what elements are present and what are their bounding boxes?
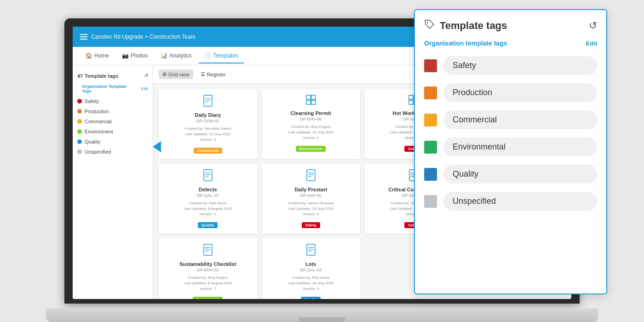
sidebar-header: 🏷 Template tags ↺ [73,70,153,81]
tag-dot-quality [77,139,82,144]
template-card-10[interactable]: Lots DP-QAL-03 Created by: Rob StoneLast… [262,238,360,299]
tag-color-commercial [424,114,437,126]
tags-panel-title: Template tags [440,20,507,32]
sidebar-tag-quality[interactable]: Quality [73,137,153,147]
template-badge-2: Environment [296,146,326,152]
laptop-container: Camden Rd Upgrade > Construction Team Da… [0,0,644,322]
template-badge-1: Commercial [194,148,222,154]
home-icon: 🏠 [86,52,92,59]
template-name-1: Daily Diary [164,112,252,118]
tag-panel-row-unspecified[interactable]: Unspecified [424,192,597,211]
template-badge-9: Environment [193,297,223,299]
tag-dot-commercial [77,119,82,124]
tag-panel-row-production[interactable]: Production [424,83,597,102]
svg-rect-9 [311,95,316,99]
tag-panel-row-quality[interactable]: Quality [424,165,597,184]
sidebar-edit-btn[interactable]: Edit [141,86,148,91]
template-icon-6 [267,169,355,184]
photos-icon: 📷 [122,52,129,59]
tag-color-environmental [424,141,437,154]
tag-label-safety: Safety [443,56,597,75]
tags-panel-edit-btn[interactable]: Edit [586,40,597,47]
svg-rect-14 [409,100,413,104]
sidebar-tag-label-quality: Quality [85,139,100,144]
tags-panel-title-group: Template tags [424,19,507,32]
sidebar-tag-production[interactable]: Production [73,106,153,116]
breadcrumb: Camden Rd Upgrade > Construction Team [91,34,196,40]
nav-templates-label: Templates [213,52,238,59]
svg-rect-36 [204,244,212,255]
sidebar-tag-icon: 🏷 [77,73,82,79]
sidebar-tags-list: Safety Production Commercial Environment… [73,96,153,157]
hamburger-icon[interactable] [80,34,87,40]
nav-home-label: Home [94,52,109,59]
svg-rect-24 [307,170,315,181]
template-badge-6: Safety [302,222,320,228]
sidebar-tag-label-production: Production [85,109,109,114]
template-card-5[interactable]: Defects DP-QAL-10 Created by: Rob StoneL… [159,164,257,234]
sidebar-tag-commercial[interactable]: Commercial [73,116,153,126]
template-icon-1 [164,95,252,109]
template-card-6[interactable]: Daily Prestart DP-SAF-05 Created by: Jam… [262,164,360,234]
sidebar-reset-icon[interactable]: ↺ [144,73,148,79]
tag-dot-unspecified [77,150,82,154]
tags-org-label: Organisation template tags [424,40,507,47]
template-name-5: Defects [164,187,252,192]
template-card-1[interactable]: Daily Diary DP-COM-01 Created by: Henrie… [159,89,257,159]
sidebar-tag-label-commercial: Commercial [85,119,112,124]
template-icon-9 [164,244,252,259]
tag-panel-icon [424,19,435,32]
template-name-9: Sustainability Checklist [164,261,252,267]
tag-panel-row-safety[interactable]: Safety [424,56,597,75]
template-name-10: Lots [267,261,355,267]
templates-icon: 📄 [204,52,211,59]
register-label: Register [207,72,226,77]
template-card-2[interactable]: Clearning Permit DP-ENV-08 Created by: A… [262,89,360,159]
grid-view-label: Grid view [168,72,190,77]
sidebar-tag-label-unspecified: Unspecified [85,149,111,155]
tags-panel-reset-icon[interactable]: ↺ [589,20,597,32]
register-btn[interactable]: ☰ Register [197,69,230,79]
sidebar-tag-unspecified[interactable]: Unspecified [73,147,153,157]
tags-panel-section: Organisation template tags Edit [424,40,597,47]
svg-rect-11 [311,100,316,104]
template-badge-10: Quality [301,297,321,299]
template-icon-5 [164,169,252,184]
tag-panel-row-environmental[interactable]: Environmental [424,138,597,156]
nav-templates[interactable]: 📄 Templates [199,49,244,63]
tag-label-production: Production [443,83,597,102]
template-code-5: DP-QAL-10 [164,193,252,198]
svg-point-44 [427,22,428,23]
template-meta-5: Created by: Rob StoneLast Updated: 8-Aug… [164,201,252,217]
svg-rect-8 [306,95,310,99]
grid-icon: ⊞ [162,71,167,77]
template-meta-6: Created by: James SimpsonLast Updated: 1… [267,201,355,217]
tag-label-quality: Quality [443,165,597,184]
template-name-2: Clearning Permit [267,110,355,116]
nav-home[interactable]: 🏠 Home [80,49,115,63]
tag-panel-row-commercial[interactable]: Commercial [424,110,597,129]
tags-panel: Template tags ↺ Organisation template ta… [414,9,607,294]
analytics-icon: 📊 [161,52,167,59]
sidebar-tag-safety[interactable]: Safety [73,96,153,106]
template-meta-9: Created by: Amy RogersLast Updated: 8-Au… [164,275,252,292]
grid-view-toggle[interactable]: ⊞ Grid view [159,69,193,79]
template-icon-10 [267,244,355,259]
nav-photos[interactable]: 📷 Photos [116,49,153,63]
svg-rect-12 [409,95,413,99]
sidebar-section-row: Organisation Template Tags Edit [73,81,153,96]
tag-dot-environment [77,129,82,134]
sidebar-tag-environment[interactable]: Environment [73,126,153,137]
tag-color-quality [424,168,437,181]
nav-analytics[interactable]: 📊 Analytics [155,49,197,63]
template-badge-5: Quality [198,222,218,228]
tag-label-unspecified: Unspecified [443,192,597,211]
sidebar-arrow-indicator [153,141,161,152]
svg-rect-4 [204,95,212,106]
template-icon-2 [267,95,355,108]
tag-color-production [424,86,437,99]
template-card-9[interactable]: Sustainability Checklist DP-ENV-23 Creat… [159,238,257,299]
svg-rect-40 [307,244,315,255]
sidebar-tag-label-safety: Safety [85,98,99,104]
svg-rect-20 [204,170,212,181]
